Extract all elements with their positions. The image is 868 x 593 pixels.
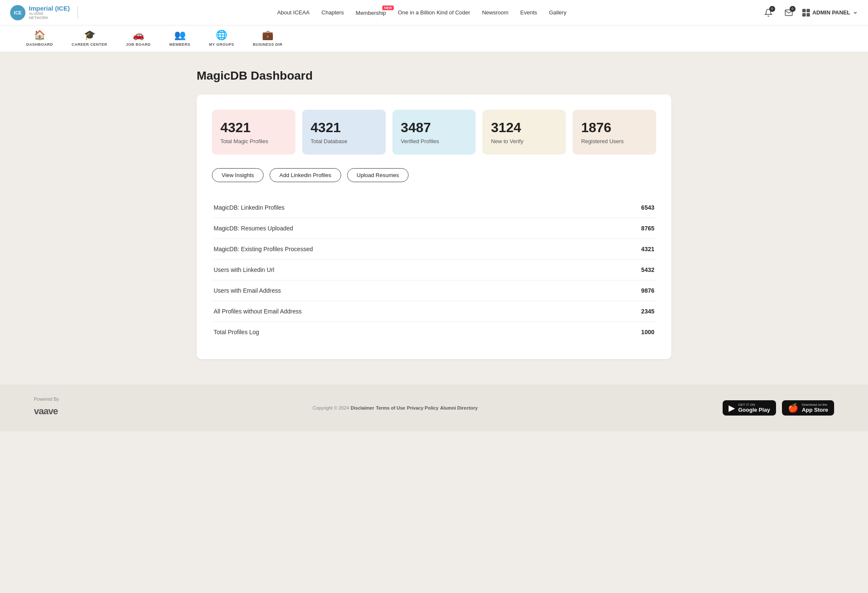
career-icon: 🎓	[84, 30, 95, 41]
subnav-jobboard[interactable]: 🚗 JOB BOARD	[117, 25, 160, 52]
google-play-button[interactable]: ▶ GET IT ON Google Play	[723, 400, 776, 416]
row-label-resumes: MagicDB: Resumes Uploaded	[214, 225, 293, 232]
row-label-linkedin-url: Users with Linkedin Url	[214, 266, 274, 273]
footer-alumni-link[interactable]: Alumni Directory	[440, 405, 478, 410]
stat-card-verified: 3487 Verified Profiles	[392, 110, 476, 155]
nav-gallery[interactable]: Gallery	[549, 9, 566, 16]
row-label-profiles-log: Total Profiles Log	[214, 329, 259, 335]
stat-card-registered: 1876 Registered Users	[573, 110, 656, 155]
footer-disclaimer-link[interactable]: Disclaimer	[351, 405, 374, 410]
table-row: MagicDB: Resumes Uploaded 8765	[212, 218, 656, 239]
upload-resumes-button[interactable]: Upload Resumes	[347, 168, 409, 182]
subnav-dashboard[interactable]: 🏠 DASHBOARD	[17, 25, 62, 52]
members-icon: 👥	[174, 30, 186, 41]
page-title: MagicDB Dashboard	[197, 69, 671, 83]
google-play-icon: ▶	[729, 403, 735, 413]
row-value-linkedin-url: 5432	[641, 266, 654, 273]
apple-store-text: Download on the App Store	[802, 403, 828, 413]
logo-subtitle: ALUMNI NETWORK	[29, 12, 70, 20]
nav-coder[interactable]: One in a Billion Kind of Coder	[398, 9, 470, 16]
logo-group: ICE Imperial (ICE) ALUMNI NETWORK	[10, 5, 82, 20]
subnav-members-label: MEMBERS	[170, 42, 191, 47]
stat-label-total-db: Total Database	[311, 138, 348, 144]
footer-privacy-link[interactable]: Privacy Policy	[407, 405, 439, 410]
footer: Powered By vaave Copyright © 2024 Discla…	[0, 385, 868, 431]
nav-membership[interactable]: Membership	[356, 10, 386, 16]
logo-name: Imperial (ICE)	[29, 5, 70, 12]
google-play-text: GET IT ON Google Play	[738, 403, 770, 413]
nav-chapters[interactable]: Chapters	[322, 9, 344, 16]
table-row: MagicDB: Existing Profiles Processed 432…	[212, 239, 656, 260]
google-store-name: Google Play	[738, 407, 770, 413]
table-row: Users with Linkedin Url 5432	[212, 260, 656, 280]
stat-cards-row: 4321 Total Magic Profiles 4321 Total Dat…	[212, 110, 656, 155]
stat-card-total-magic: 4321 Total Magic Profiles	[212, 110, 295, 155]
apple-get-text: Download on the	[802, 403, 828, 407]
main-nav-links: About ICEAA Chapters Membership NEW One …	[277, 9, 567, 17]
chevron-down-icon	[853, 10, 858, 15]
subnav-members[interactable]: 👥 MEMBERS	[160, 25, 200, 52]
powered-by-text: Powered By	[34, 396, 68, 402]
notifications-badge: 0	[769, 6, 775, 12]
admin-panel-button[interactable]: ADMIN PANEL	[802, 9, 858, 17]
stats-container: 4321 Total Magic Profiles 4321 Total Dat…	[197, 94, 671, 359]
subnav-dashboard-label: DASHBOARD	[26, 42, 53, 47]
logo-wordmark: Imperial (ICE) ALUMNI NETWORK	[29, 5, 70, 20]
subnav-business[interactable]: 💼 BUSINESS DIR	[243, 25, 292, 52]
svg-text:vaave: vaave	[34, 406, 58, 416]
nav-events[interactable]: Events	[520, 9, 537, 16]
stat-label-registered: Registered Users	[581, 138, 623, 144]
footer-terms-link[interactable]: Terms of Use	[376, 405, 405, 410]
copyright-text: Copyright © 2024	[313, 405, 349, 410]
add-linkedin-button[interactable]: Add Linkedin Profiles	[270, 168, 341, 182]
subnav-groups-label: MY GROUPS	[209, 42, 234, 47]
subnav-career-label: CAREER CENTER	[72, 42, 107, 47]
stat-card-new-verify: 3124 New to Verify	[482, 110, 566, 155]
row-value-no-email: 2345	[641, 308, 654, 315]
nav-newsroom[interactable]: Newsroom	[482, 9, 508, 16]
row-value-profiles-log: 1000	[641, 329, 654, 335]
row-label-no-email: All Profiles without Email Address	[214, 308, 302, 315]
stat-card-total-db: 4321 Total Database	[302, 110, 386, 155]
main-content: MagicDB Dashboard 4321 Total Magic Profi…	[180, 69, 688, 359]
admin-grid-icon	[802, 9, 810, 17]
table-row: MagicDB: Linkedin Profiles 6543	[212, 197, 656, 218]
view-insights-button[interactable]: View Insights	[212, 168, 264, 182]
stat-label-total-magic: Total Magic Profiles	[220, 138, 268, 144]
logo-divider	[78, 6, 78, 19]
nav-membership-wrapper: Membership NEW	[356, 9, 386, 17]
logo-icon: ICE	[10, 5, 25, 20]
row-label-email: Users with Email Address	[214, 287, 281, 294]
subnav-groups[interactable]: 🌐 MY GROUPS	[200, 25, 243, 52]
app-store-buttons: ▶ GET IT ON Google Play 🍎 Download on th…	[723, 400, 834, 416]
dashboard-icon: 🏠	[34, 30, 45, 41]
sub-nav: 🏠 DASHBOARD 🎓 CAREER CENTER 🚗 JOB BOARD …	[0, 25, 868, 52]
stat-label-verified: Verified Profiles	[401, 138, 439, 144]
groups-icon: 🌐	[216, 30, 227, 41]
vaave-logo: vaave	[34, 405, 68, 419]
messages-button[interactable]: 0	[782, 6, 796, 19]
row-label-linkedin: MagicDB: Linkedin Profiles	[214, 204, 284, 211]
notifications-button[interactable]: 0	[762, 6, 775, 19]
top-nav-right-actions: 0 0 ADMIN PANEL	[762, 6, 858, 19]
nav-about[interactable]: About ICEAA	[277, 9, 310, 16]
data-table: MagicDB: Linkedin Profiles 6543 MagicDB:…	[212, 197, 656, 342]
subnav-business-label: BUSINESS DIR	[253, 42, 282, 47]
subnav-jobboard-label: JOB BOARD	[126, 42, 151, 47]
table-row: Total Profiles Log 1000	[212, 322, 656, 342]
row-value-resumes: 8765	[641, 225, 654, 232]
subnav-career[interactable]: 🎓 CAREER CENTER	[62, 25, 117, 52]
footer-brand: Powered By vaave	[34, 396, 68, 419]
apple-icon: 🍎	[788, 403, 798, 413]
membership-new-badge: NEW	[382, 6, 394, 10]
stat-number-total-magic: 4321	[220, 120, 250, 136]
apple-store-button[interactable]: 🍎 Download on the App Store	[782, 400, 834, 416]
row-value-email: 9876	[641, 287, 654, 294]
top-nav: ICE Imperial (ICE) ALUMNI NETWORK About …	[0, 0, 868, 25]
jobboard-icon: 🚗	[133, 30, 144, 41]
row-value-linkedin: 6543	[641, 204, 654, 211]
action-buttons-row: View Insights Add Linkedin Profiles Uplo…	[212, 168, 656, 182]
row-label-existing: MagicDB: Existing Profiles Processed	[214, 246, 313, 252]
business-icon: 💼	[262, 30, 273, 41]
google-get-text: GET IT ON	[738, 403, 770, 407]
